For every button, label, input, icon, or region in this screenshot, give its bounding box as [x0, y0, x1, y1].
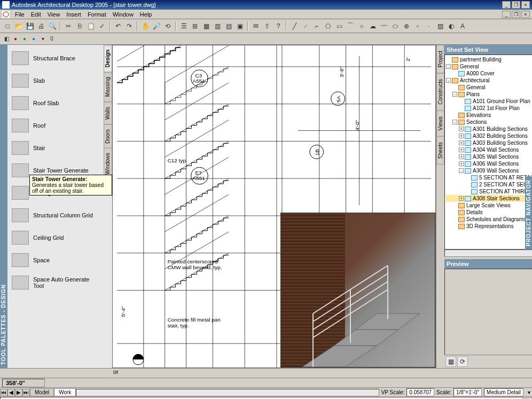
scale-value[interactable]: 1/8"=1'-0": [453, 388, 482, 396]
palette-tab-walls[interactable]: Walls: [104, 102, 112, 124]
tree-node[interactable]: +A306 Wall Sections: [446, 160, 532, 167]
menu-insert[interactable]: Insert: [63, 11, 84, 18]
layout-tab-work[interactable]: Work: [54, 388, 76, 396]
palette-item-roof[interactable]: Roof: [10, 114, 101, 137]
expand-icon[interactable]: +: [459, 127, 464, 131]
tree-node[interactable]: partment Building: [446, 56, 532, 63]
expand-icon[interactable]: -: [459, 168, 464, 173]
expand-icon[interactable]: -: [452, 92, 457, 97]
layout-tab-model[interactable]: Model: [30, 388, 54, 396]
expand-icon[interactable]: +: [459, 134, 464, 138]
tree-hscroll[interactable]: [444, 249, 532, 257]
tree-node[interactable]: 2 SECTION AT SECOND FLOOR: [446, 181, 532, 188]
tree-node[interactable]: 3D Representations: [446, 223, 532, 230]
palette-item-space[interactable]: Space: [10, 249, 101, 271]
copy-button[interactable]: ⎘: [74, 21, 85, 32]
layer-btn-6[interactable]: 0: [48, 35, 56, 43]
layer-btn-4[interactable]: ●: [29, 35, 38, 43]
tree-node[interactable]: -Plans: [446, 91, 532, 98]
sheet-tree[interactable]: partment Building-GeneralA000 Cover-Arch…: [444, 54, 532, 249]
nav-tab-project[interactable]: Project: [436, 45, 444, 73]
palette-tab-doors[interactable]: Doors: [104, 124, 112, 148]
hatch-button[interactable]: ▨: [435, 21, 445, 32]
palette-item-col-grid[interactable]: Structural Column Grid: [10, 204, 101, 226]
menu-window[interactable]: Window: [109, 11, 137, 18]
palette-item-stair[interactable]: Stair: [10, 137, 101, 159]
tree-node[interactable]: +A301 Building Sections: [446, 126, 532, 132]
polygon-button[interactable]: ⬠: [323, 21, 333, 32]
tree-node[interactable]: SECTION AT THIRD FLOOR W: [446, 188, 532, 195]
pline-button[interactable]: ⌐: [311, 21, 322, 32]
palette-item-roof-slab[interactable]: Roof Slab: [10, 92, 101, 114]
ellipse-button[interactable]: ⬭: [390, 21, 401, 32]
insert-button[interactable]: ⊕: [401, 21, 412, 32]
text-button[interactable]: A: [457, 21, 468, 32]
tree-node[interactable]: +A304 Wall Sections: [446, 146, 532, 153]
etransmit-button[interactable]: ✉: [251, 21, 261, 32]
region-button[interactable]: ◐: [446, 21, 457, 32]
layer-btn-1[interactable]: ◧: [2, 35, 11, 43]
save-button[interactable]: 💾: [25, 21, 35, 32]
tree-node[interactable]: Large Scale Views: [446, 202, 532, 209]
circle-button[interactable]: ○: [356, 21, 367, 32]
tree-node[interactable]: Elevations: [446, 112, 532, 119]
tree-node[interactable]: A000 Cover: [446, 70, 532, 77]
hscroll[interactable]: [76, 389, 379, 396]
expand-icon[interactable]: -: [452, 120, 457, 124]
tree-node[interactable]: +A308 Stair Sections: [446, 195, 532, 202]
tree-node[interactable]: 5 SECTION AT RETAIL ENTRAN: [446, 174, 532, 181]
scale-dropdown-icon[interactable]: ▾: [526, 389, 532, 395]
point-button[interactable]: ·: [424, 21, 434, 32]
layer-btn-3[interactable]: ●: [20, 35, 29, 43]
block-button[interactable]: ▫: [412, 21, 423, 32]
spline-button[interactable]: 〰: [379, 21, 389, 32]
menu-format[interactable]: Format: [84, 11, 109, 18]
tab-first-button[interactable]: ⏮: [0, 389, 7, 396]
close-button[interactable]: ×: [521, 1, 530, 9]
palette-tab-design[interactable]: Design: [104, 45, 112, 72]
publish-button[interactable]: ⇪: [262, 21, 272, 32]
zoom-prev-button[interactable]: ⟲: [162, 21, 173, 32]
menu-view[interactable]: View: [44, 11, 64, 18]
expand-icon[interactable]: +: [459, 147, 464, 152]
tree-node[interactable]: +A303 Building Sections: [446, 139, 532, 146]
qselect-button[interactable]: ▣: [234, 21, 245, 32]
expand-icon[interactable]: +: [459, 154, 464, 159]
tab-last-button[interactable]: ⏭: [22, 389, 30, 396]
doc-minimize-button[interactable]: _: [502, 11, 511, 18]
layer-btn-2[interactable]: ●: [11, 35, 20, 43]
tree-node[interactable]: -General: [446, 63, 532, 70]
expand-icon[interactable]: -: [446, 78, 451, 83]
sheet-set-button[interactable]: ▥: [212, 21, 223, 32]
expand-icon[interactable]: -: [446, 64, 451, 69]
nav-tab-views[interactable]: Views: [436, 111, 444, 137]
design-center-button[interactable]: ⊞: [190, 21, 200, 32]
match-button[interactable]: ✓: [97, 21, 107, 32]
nav-tab-constructs[interactable]: Constructs: [436, 73, 444, 111]
tree-node[interactable]: +A305 Wall Sections: [446, 153, 532, 160]
doc-restore-button[interactable]: ❐: [512, 11, 520, 18]
properties-button[interactable]: ☰: [178, 21, 189, 32]
tree-node[interactable]: A102 1st Floor Plan: [446, 105, 532, 112]
tree-node[interactable]: -Architectural: [446, 77, 532, 84]
detail-value[interactable]: Medium Detail: [484, 388, 523, 396]
drawing-canvas[interactable]: C3A551 E7A551 C12 typ. 5A 1B 3'-8" 2' 4'…: [112, 45, 436, 368]
tree-node[interactable]: Schedules and Diagrams: [446, 216, 532, 223]
plot-button[interactable]: 🖨: [36, 21, 46, 32]
markup-button[interactable]: ▤: [223, 21, 234, 32]
preview-button[interactable]: 🔍: [47, 21, 58, 32]
command-line[interactable]: PAN Press ESC or ENTER to exit, or right…: [0, 397, 532, 399]
cut-button[interactable]: ✂: [63, 21, 74, 32]
expand-icon[interactable]: +: [459, 140, 464, 145]
minimize-button[interactable]: _: [502, 1, 511, 9]
tree-node[interactable]: +A302 Building Sections: [446, 132, 532, 139]
xline-button[interactable]: ⟋: [300, 21, 311, 32]
menu-file[interactable]: File: [12, 11, 28, 18]
open-button[interactable]: 📂: [13, 21, 24, 32]
rect-button[interactable]: ▭: [334, 21, 345, 32]
tab-next-button[interactable]: ▶: [15, 389, 22, 396]
tree-node[interactable]: A101 Ground Floor Plan: [446, 98, 532, 105]
tool-palette-button[interactable]: ▦: [201, 21, 212, 32]
menu-edit[interactable]: Edit: [28, 11, 44, 18]
nav-btn-1[interactable]: ▦: [445, 356, 456, 367]
